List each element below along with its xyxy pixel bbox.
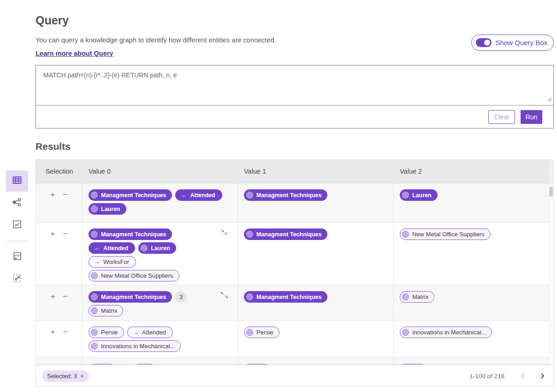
edge-chip[interactable]: ←Attended [89, 242, 135, 254]
chip-label: Managment Techniques [101, 231, 166, 238]
column-header-selection: Selection [36, 160, 83, 183]
chip-label: Managment Techniques [101, 192, 166, 199]
results-table: Selection Value 0 Value 1 Value 2 +−Mana… [36, 159, 554, 387]
edge-chip[interactable]: →WorksFor [89, 256, 136, 268]
value1-cell: Managment Techniques [238, 285, 394, 320]
chip-label: New Metal Office Suppliers [101, 272, 173, 279]
node-chip[interactable]: New Metal Office Suppliers [89, 270, 179, 281]
node-circle-icon [246, 329, 253, 336]
clear-selection-icon[interactable]: × [80, 373, 84, 380]
chip-line: →WorksFor [89, 256, 233, 268]
value0-cell [83, 358, 238, 365]
result-row: +−Persie→AttendedInnovations in Mechanic… [36, 321, 553, 358]
query-input[interactable]: MATCH path=(n)-[r*..2]-(e) RETURN path, … [36, 65, 553, 105]
chip-line: Innovations in Mechanical... [400, 327, 545, 338]
node-chip[interactable]: Managment Techniques [89, 291, 172, 303]
expand-path-icon[interactable]: ↖↘ [220, 291, 228, 299]
sidebar-item-map-view[interactable] [6, 246, 28, 268]
node-chip[interactable]: Persie [89, 327, 124, 338]
node-chip[interactable]: Lauren [400, 189, 438, 201]
chip-line: Lauren [400, 189, 545, 201]
node-chip[interactable]: Persie [244, 327, 279, 338]
table-icon [12, 175, 23, 187]
node-chip[interactable]: Managment Techniques [244, 189, 327, 201]
add-to-selection-button[interactable]: + [50, 189, 56, 200]
node-chip[interactable]: Matrix [89, 305, 123, 316]
chip-label: Persie [101, 329, 118, 336]
chip-line: New Metal Office Suppliers [400, 228, 545, 240]
scrollbar-gutter [549, 160, 553, 183]
chip-line: Managment Techniques [89, 228, 233, 240]
map-icon [12, 251, 23, 263]
next-page-button[interactable] [539, 372, 546, 380]
table-body: +−Managment Techniques←AttendedLaurenMan… [36, 183, 553, 365]
path-count-badge[interactable]: 3 [175, 291, 187, 303]
node-chip[interactable]: Managment Techniques [89, 189, 172, 201]
node-circle-icon [246, 231, 253, 238]
remove-from-selection-button[interactable]: − [62, 327, 69, 338]
chip-line: ←AttendedLauren [89, 242, 233, 254]
value2-cell: Innovations in Mechanical... [394, 321, 549, 357]
scrollbar-thumb[interactable] [550, 187, 553, 197]
query-box: MATCH path=(n)-[r*..2]-(e) RETURN path, … [36, 65, 554, 129]
sidebar-item-graph-view[interactable] [6, 193, 28, 214]
remove-from-selection-button[interactable]: − [62, 189, 69, 200]
sidebar-item-select-view[interactable] [6, 269, 28, 290]
chip-line: Persie [244, 327, 389, 338]
chip-line: Matrix [89, 305, 233, 316]
selection-cell: +− [36, 358, 83, 365]
selection-cell: +− [36, 183, 83, 222]
select-icon [12, 273, 23, 286]
node-chip[interactable]: Managment Techniques [244, 291, 327, 303]
node-circle-icon [402, 231, 409, 238]
run-button[interactable]: Run [521, 110, 542, 124]
learn-more-link[interactable]: Learn more about Query [36, 50, 113, 57]
chip-label: Managment Techniques [256, 192, 321, 199]
chip-line: Managment Techniques←Attended [89, 189, 233, 201]
node-chip[interactable]: Lauren [138, 242, 176, 254]
show-query-box-toggle[interactable]: Show Query Box [471, 35, 554, 51]
add-to-selection-button[interactable]: + [50, 291, 56, 302]
sidebar-item-table-view[interactable] [6, 170, 28, 192]
node-chip[interactable]: Managment Techniques [89, 228, 172, 240]
add-to-selection-button[interactable]: + [50, 327, 56, 338]
resize-handle-icon[interactable] [547, 95, 552, 104]
edge-chip[interactable]: ←Attended [175, 189, 222, 201]
selected-count-label: Selected: 3 [47, 373, 77, 380]
node-chip[interactable]: Matrix [400, 291, 434, 303]
table-header: Selection Value 0 Value 1 Value 2 [36, 160, 553, 183]
node-circle-icon [91, 231, 98, 238]
remove-from-selection-button[interactable]: − [62, 228, 69, 240]
chip-label: Attended [190, 192, 215, 199]
node-chip[interactable]: Innovations in Mechanical... [400, 327, 492, 338]
node-circle-icon [246, 293, 253, 300]
chip-label: Innovations in Mechanical... [412, 329, 486, 336]
collapse-path-icon[interactable]: ↘↖ [220, 228, 228, 236]
remove-from-selection-button[interactable]: − [62, 291, 69, 302]
node-circle-icon [246, 192, 253, 199]
node-circle-icon [91, 343, 98, 350]
node-chip[interactable]: Innovations in Mechanical... [89, 340, 181, 352]
add-to-selection-button[interactable]: + [50, 228, 56, 240]
column-header-value0: Value 0 [83, 160, 238, 183]
node-chip[interactable]: Lauren [89, 203, 126, 215]
chip-line: New Metal Office Suppliers [89, 270, 233, 281]
chip-label: Matrix [101, 307, 117, 314]
edge-chip[interactable]: →Attended [127, 327, 173, 338]
node-circle-icon [91, 192, 98, 199]
result-row: +−Managment Techniques3Matrix↖↘Managment… [36, 285, 553, 321]
sidebar-item-chart-view[interactable] [6, 215, 28, 236]
node-chip[interactable]: Managment Techniques [244, 228, 327, 240]
value2-cell [394, 358, 549, 365]
previous-page-button[interactable] [520, 372, 527, 380]
node-chip[interactable]: New Metal Office Suppliers [400, 228, 491, 240]
scrollbar-track[interactable] [549, 183, 553, 365]
chip-label: Managment Techniques [101, 294, 166, 300]
node-circle-icon [141, 245, 148, 252]
node-circle-icon [91, 293, 98, 300]
arrow-right-icon: → [94, 259, 100, 265]
page-info: 1-100 of 218 [469, 373, 504, 380]
selected-count-badge[interactable]: Selected: 3 × [42, 370, 89, 382]
chip-label: Persie [256, 329, 273, 336]
clear-button[interactable]: Clear [488, 110, 515, 124]
